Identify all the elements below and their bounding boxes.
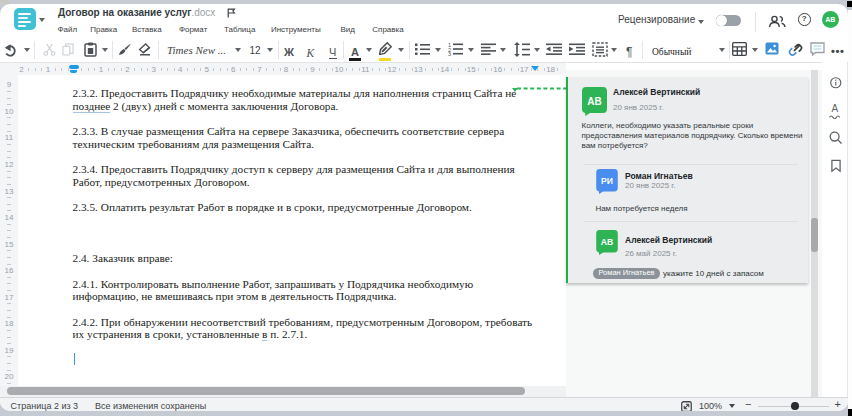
svg-text:АВ: АВ (601, 237, 613, 247)
svg-text:РИ: РИ (601, 176, 613, 186)
svg-text:3: 3 (448, 51, 451, 56)
svg-text:АВ: АВ (587, 96, 601, 107)
